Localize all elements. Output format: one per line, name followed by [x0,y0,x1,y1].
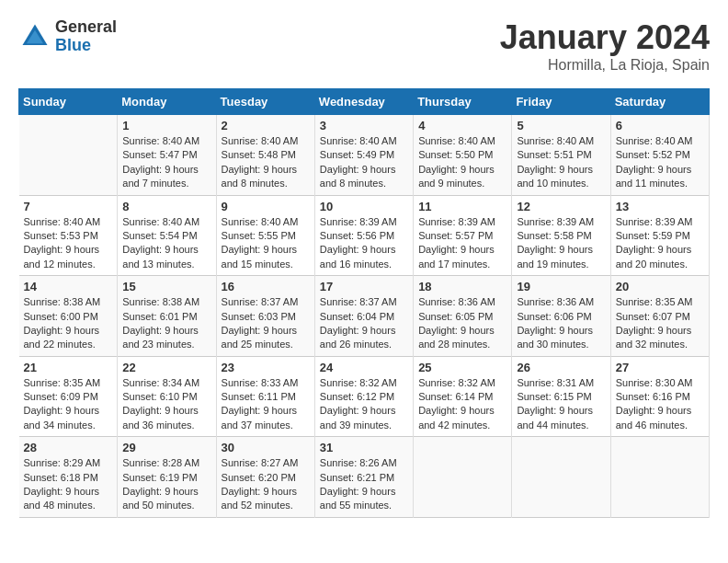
calendar-cell: 31Sunrise: 8:26 AMSunset: 6:21 PMDayligh… [314,437,413,518]
day-detail: Sunrise: 8:40 AMSunset: 5:49 PMDaylight:… [320,134,408,191]
day-number: 14 [24,280,113,293]
col-wednesday: Wednesday [314,89,413,115]
calendar-cell: 14Sunrise: 8:38 AMSunset: 6:00 PMDayligh… [19,276,118,357]
day-number: 11 [418,200,506,213]
logo-text: General Blue [55,18,117,55]
day-detail: Sunrise: 8:40 AMSunset: 5:52 PMDaylight:… [616,134,704,191]
day-detail: Sunrise: 8:40 AMSunset: 5:47 PMDaylight:… [122,134,210,191]
calendar-body: 1Sunrise: 8:40 AMSunset: 5:47 PMDaylight… [19,115,710,518]
calendar-cell: 20Sunrise: 8:35 AMSunset: 6:07 PMDayligh… [610,276,709,357]
day-number: 19 [517,280,605,293]
calendar-row: 1Sunrise: 8:40 AMSunset: 5:47 PMDaylight… [19,115,710,196]
calendar-cell: 25Sunrise: 8:32 AMSunset: 6:14 PMDayligh… [414,356,512,437]
day-number: 24 [320,361,408,374]
calendar-cell: 8Sunrise: 8:40 AMSunset: 5:54 PMDaylight… [118,195,216,276]
calendar-cell: 21Sunrise: 8:35 AMSunset: 6:09 PMDayligh… [19,356,118,437]
day-detail: Sunrise: 8:26 AMSunset: 6:21 PMDaylight:… [320,456,408,513]
calendar-cell: 10Sunrise: 8:39 AMSunset: 5:56 PMDayligh… [314,195,413,276]
day-detail: Sunrise: 8:37 AMSunset: 6:03 PMDaylight:… [222,295,310,352]
calendar-cell: 19Sunrise: 8:36 AMSunset: 6:06 PMDayligh… [512,276,610,357]
day-number: 12 [517,200,605,213]
col-friday: Friday [512,89,610,115]
calendar-header: Sunday Monday Tuesday Wednesday Thursday… [19,89,710,115]
day-number: 26 [517,361,605,374]
day-detail: Sunrise: 8:40 AMSunset: 5:50 PMDaylight:… [418,134,506,191]
col-thursday: Thursday [414,89,512,115]
day-detail: Sunrise: 8:35 AMSunset: 6:09 PMDaylight:… [24,376,113,433]
calendar-cell: 26Sunrise: 8:31 AMSunset: 6:15 PMDayligh… [512,356,610,437]
calendar-cell: 16Sunrise: 8:37 AMSunset: 6:03 PMDayligh… [216,276,314,357]
day-number: 16 [222,280,310,293]
calendar-cell [512,437,610,518]
day-number: 6 [616,119,704,132]
calendar-cell [414,437,512,518]
calendar-cell: 28Sunrise: 8:29 AMSunset: 6:18 PMDayligh… [19,437,118,518]
calendar-row: 7Sunrise: 8:40 AMSunset: 5:53 PMDaylight… [19,195,710,276]
logo-blue-text: Blue [55,37,117,55]
calendar-row: 28Sunrise: 8:29 AMSunset: 6:18 PMDayligh… [19,437,710,518]
calendar-cell: 3Sunrise: 8:40 AMSunset: 5:49 PMDaylight… [314,115,413,196]
day-detail: Sunrise: 8:31 AMSunset: 6:15 PMDaylight:… [517,376,605,433]
calendar-cell: 6Sunrise: 8:40 AMSunset: 5:52 PMDaylight… [610,115,709,196]
day-number: 28 [24,441,113,454]
day-detail: Sunrise: 8:30 AMSunset: 6:16 PMDaylight:… [616,376,704,433]
calendar-cell: 1Sunrise: 8:40 AMSunset: 5:47 PMDaylight… [118,115,216,196]
day-number: 5 [517,119,605,132]
day-detail: Sunrise: 8:32 AMSunset: 6:12 PMDaylight:… [320,376,408,433]
day-number: 20 [616,280,704,293]
calendar-cell: 17Sunrise: 8:37 AMSunset: 6:04 PMDayligh… [314,276,413,357]
day-number: 8 [122,200,210,213]
day-number: 9 [222,200,310,213]
calendar-cell: 15Sunrise: 8:38 AMSunset: 6:01 PMDayligh… [118,276,216,357]
calendar-cell: 5Sunrise: 8:40 AMSunset: 5:51 PMDaylight… [512,115,610,196]
day-detail: Sunrise: 8:38 AMSunset: 6:01 PMDaylight:… [122,295,210,352]
day-number: 4 [418,119,506,132]
day-detail: Sunrise: 8:39 AMSunset: 5:59 PMDaylight:… [616,215,704,272]
calendar-cell: 24Sunrise: 8:32 AMSunset: 6:12 PMDayligh… [314,356,413,437]
col-tuesday: Tuesday [216,89,314,115]
day-number: 3 [320,119,408,132]
calendar-cell: 13Sunrise: 8:39 AMSunset: 5:59 PMDayligh… [610,195,709,276]
calendar-cell: 2Sunrise: 8:40 AMSunset: 5:48 PMDaylight… [216,115,314,196]
day-detail: Sunrise: 8:32 AMSunset: 6:14 PMDaylight:… [418,376,506,433]
day-number: 13 [616,200,704,213]
day-number: 7 [24,200,113,213]
logo-icon [18,20,51,53]
day-detail: Sunrise: 8:29 AMSunset: 6:18 PMDaylight:… [24,456,113,513]
day-detail: Sunrise: 8:28 AMSunset: 6:19 PMDaylight:… [122,456,210,513]
calendar-cell: 11Sunrise: 8:39 AMSunset: 5:57 PMDayligh… [414,195,512,276]
calendar-table: Sunday Monday Tuesday Wednesday Thursday… [18,88,710,518]
logo: General Blue [18,18,117,55]
day-detail: Sunrise: 8:40 AMSunset: 5:51 PMDaylight:… [517,134,605,191]
month-title: January 2024 [500,18,710,57]
day-number: 29 [122,441,210,454]
calendar-row: 21Sunrise: 8:35 AMSunset: 6:09 PMDayligh… [19,356,710,437]
day-detail: Sunrise: 8:33 AMSunset: 6:11 PMDaylight:… [222,376,310,433]
day-detail: Sunrise: 8:34 AMSunset: 6:10 PMDaylight:… [122,376,210,433]
day-number: 18 [418,280,506,293]
col-sunday: Sunday [19,89,118,115]
day-detail: Sunrise: 8:37 AMSunset: 6:04 PMDaylight:… [320,295,408,352]
calendar-row: 14Sunrise: 8:38 AMSunset: 6:00 PMDayligh… [19,276,710,357]
day-number: 17 [320,280,408,293]
calendar-cell: 29Sunrise: 8:28 AMSunset: 6:19 PMDayligh… [118,437,216,518]
day-number: 27 [616,361,704,374]
calendar-cell: 18Sunrise: 8:36 AMSunset: 6:05 PMDayligh… [414,276,512,357]
day-detail: Sunrise: 8:27 AMSunset: 6:20 PMDaylight:… [222,456,310,513]
day-number: 10 [320,200,408,213]
day-number: 2 [222,119,310,132]
logo-general-text: General [55,18,117,37]
day-number: 15 [122,280,210,293]
col-monday: Monday [118,89,216,115]
col-saturday: Saturday [610,89,709,115]
day-number: 23 [222,361,310,374]
day-detail: Sunrise: 8:39 AMSunset: 5:56 PMDaylight:… [320,215,408,272]
title-area: January 2024 Hormilla, La Rioja, Spain [500,18,710,74]
day-number: 25 [418,361,506,374]
day-detail: Sunrise: 8:40 AMSunset: 5:54 PMDaylight:… [122,215,210,272]
day-detail: Sunrise: 8:36 AMSunset: 6:05 PMDaylight:… [418,295,506,352]
calendar-cell: 12Sunrise: 8:39 AMSunset: 5:58 PMDayligh… [512,195,610,276]
day-detail: Sunrise: 8:39 AMSunset: 5:57 PMDaylight:… [418,215,506,272]
day-detail: Sunrise: 8:40 AMSunset: 5:55 PMDaylight:… [222,215,310,272]
header-row: Sunday Monday Tuesday Wednesday Thursday… [19,89,710,115]
